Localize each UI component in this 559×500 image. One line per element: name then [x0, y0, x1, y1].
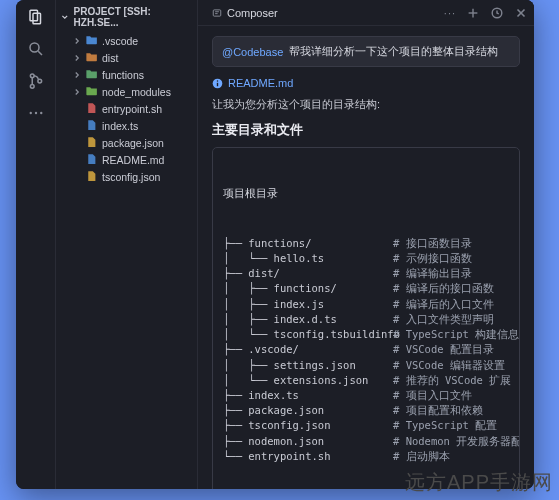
- tree-row: ├── .vscode/# VSCode 配置目录: [223, 342, 509, 357]
- intro-text: 让我为您分析这个项目的目录结构:: [212, 97, 520, 112]
- response-content: README.md 让我为您分析这个项目的目录结构: 主要目录和文件 项目根目录…: [198, 77, 534, 489]
- history-icon[interactable]: [490, 6, 504, 20]
- prompt-indicator: [506, 30, 511, 35]
- tree-row: │ └── tsconfig.tsbuildinfo# TypeScript 构…: [223, 327, 509, 342]
- editor-window: PROJECT [SSH: HZH.SE... .vscodedistfunct…: [16, 0, 534, 489]
- tree-row: │ ├── settings.json# VSCode 编辑器设置: [223, 358, 509, 373]
- tree-row: │ ├── functions/# 编译后的接口函数: [223, 281, 509, 296]
- file-chip-readme[interactable]: README.md: [212, 77, 293, 89]
- tree-row: ├── functions/# 接口函数目录: [223, 236, 509, 251]
- project-label: PROJECT [SSH: HZH.SE...: [74, 6, 193, 28]
- svg-point-20: [217, 80, 219, 82]
- file-tsconfig-json[interactable]: tsconfig.json: [58, 168, 197, 185]
- main-panel: Composer ··· @Codebase 帮我详细分析一下这个项目的整体目录…: [198, 0, 534, 489]
- svg-point-4: [30, 74, 34, 78]
- tab-composer[interactable]: Composer: [204, 3, 286, 23]
- tree-item-label: README.md: [102, 154, 164, 166]
- file-index-ts[interactable]: index.ts: [58, 117, 197, 134]
- tab-title: Composer: [227, 7, 278, 19]
- tree-row: ├── index.ts# 项目入口文件: [223, 388, 509, 403]
- tree-row: ├── dist/# 编译输出目录: [223, 266, 509, 281]
- folder-icon: [86, 68, 98, 82]
- folder-icon: [86, 85, 98, 99]
- project-header[interactable]: PROJECT [SSH: HZH.SE...: [56, 0, 197, 32]
- tree-row: │ └── hello.ts# 示例接口函数: [223, 251, 509, 266]
- svg-point-8: [34, 112, 36, 114]
- file-icon: [86, 119, 98, 133]
- tree-item-label: package.json: [102, 137, 164, 149]
- tree-item-label: node_modules: [102, 86, 171, 98]
- tree-item-label: dist: [102, 52, 118, 64]
- directory-tree: 项目根目录 ├── functions/# 接口函数目录│ └── hello.…: [212, 147, 520, 489]
- svg-rect-10: [213, 9, 221, 15]
- svg-line-3: [38, 51, 42, 55]
- tree-row: ├── nodemon.json# Nodemon 开发服务器配置: [223, 434, 509, 449]
- tree-item-label: tsconfig.json: [102, 171, 160, 183]
- tree-row: ├── package.json# 项目配置和依赖: [223, 403, 509, 418]
- search-icon[interactable]: [27, 40, 45, 58]
- folder-icon: [86, 34, 98, 48]
- info-icon: [212, 78, 223, 89]
- tree-row: │ ├── index.d.ts# 入口文件类型声明: [223, 312, 509, 327]
- ellipsis-icon[interactable]: ···: [444, 7, 456, 19]
- tree-item-label: .vscode: [102, 35, 138, 47]
- tree-root-label: 项目根目录: [223, 186, 509, 202]
- tree-row: │ └── extensions.json# 推荐的 VSCode 扩展: [223, 373, 509, 388]
- svg-point-6: [37, 79, 41, 83]
- svg-point-9: [40, 112, 42, 114]
- svg-point-2: [30, 43, 39, 52]
- prompt-text: 帮我详细分析一下这个项目的整体目录结构: [289, 44, 498, 59]
- folder-dist[interactable]: dist: [58, 49, 197, 66]
- tree-item-label: functions: [102, 69, 144, 81]
- chevron-down-icon: [60, 12, 70, 22]
- composer-icon: [212, 8, 222, 18]
- source-control-icon[interactable]: [27, 72, 45, 90]
- close-icon[interactable]: [514, 6, 528, 20]
- file-icon: [86, 136, 98, 150]
- folder-icon: [86, 51, 98, 65]
- tree-row: └── entrypoint.sh# 启动脚本: [223, 449, 509, 464]
- svg-rect-19: [217, 82, 218, 85]
- svg-point-7: [29, 112, 31, 114]
- file-entrypoint-sh[interactable]: entrypoint.sh: [58, 100, 197, 117]
- svg-point-5: [30, 84, 34, 88]
- file-icon: [86, 170, 98, 184]
- tree-item-label: index.ts: [102, 120, 138, 132]
- tree-row: ├── tsconfig.json# TypeScript 配置: [223, 418, 509, 433]
- tab-actions: ···: [444, 6, 528, 20]
- file-icon: [86, 153, 98, 167]
- folder-node_modules[interactable]: node_modules: [58, 83, 197, 100]
- sidebar: PROJECT [SSH: HZH.SE... .vscodedistfunct…: [56, 0, 198, 489]
- file-README-md[interactable]: README.md: [58, 151, 197, 168]
- folder--vscode[interactable]: .vscode: [58, 32, 197, 49]
- file-icon: [86, 102, 98, 116]
- activity-bar: [16, 0, 56, 489]
- prompt-input[interactable]: @Codebase 帮我详细分析一下这个项目的整体目录结构: [212, 36, 520, 67]
- plus-icon[interactable]: [466, 6, 480, 20]
- folder-functions[interactable]: functions: [58, 66, 197, 83]
- more-icon[interactable]: [27, 104, 45, 122]
- tab-bar: Composer ···: [198, 0, 534, 26]
- tree-item-label: entrypoint.sh: [102, 103, 162, 115]
- file-package-json[interactable]: package.json: [58, 134, 197, 151]
- section-main-files: 主要目录和文件: [212, 122, 520, 139]
- mention-codebase: @Codebase: [222, 46, 283, 58]
- explorer-icon[interactable]: [27, 8, 45, 26]
- tree-row: │ ├── index.js# 编译后的入口文件: [223, 297, 509, 312]
- file-tree: .vscodedistfunctionsnode_modulesentrypoi…: [56, 32, 197, 185]
